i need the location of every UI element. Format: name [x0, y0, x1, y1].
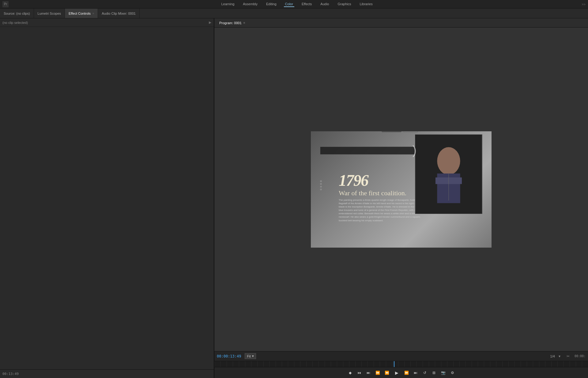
left-timecode: 00:13:49 [2, 372, 19, 376]
program-scrubber[interactable] [214, 361, 588, 367]
tab-audio-clip-mixer[interactable]: Audio Clip Mixer: 0001 [98, 9, 140, 18]
btn-ff[interactable]: ⏩ [403, 369, 410, 376]
no-clip-arrow: ▶ [209, 21, 211, 24]
scrubber-inner [214, 361, 588, 367]
tab-source[interactable]: Source: (no clips) [0, 9, 34, 18]
video-overlay: 1796 War of the first coalition. The pai… [311, 131, 492, 248]
nav-graphics[interactable]: Graphics [336, 2, 352, 7]
app-logo: Pr [2, 1, 9, 7]
btn-goto-out[interactable]: ⏭ [412, 369, 419, 376]
svg-point-1 [437, 147, 460, 174]
program-video: 1796 War of the first coalition. The pai… [311, 131, 492, 248]
btn-step-fwd[interactable]: ⏭ [365, 369, 372, 376]
panel-tabs-row: Source: (no clips) Lumetri Scopes Effect… [0, 9, 588, 18]
nav-libraries[interactable]: Libraries [359, 2, 374, 7]
left-panel-content: (no clip selected) ▶ [0, 18, 214, 369]
program-menu-icon[interactable]: ≡ [243, 21, 245, 24]
dot-1 [320, 180, 322, 182]
btn-settings[interactable]: ⚙ [449, 369, 456, 376]
btn-marker[interactable]: ◆ [347, 369, 353, 376]
fit-dropdown[interactable]: Fit ▾ [245, 353, 256, 359]
info-panel: 1796 War of the first coalition. The pai… [320, 147, 421, 155]
nav-assembly[interactable]: Assembly [242, 2, 259, 7]
year-text: 1796 [339, 171, 368, 189]
nav-editing[interactable]: Editing [265, 2, 278, 7]
program-monitor: 1796 War of the first coalition. The pai… [214, 28, 588, 351]
btn-safe-margins[interactable]: ⊞ [431, 369, 437, 376]
right-timecode: 00:00: [575, 354, 586, 358]
portrait-svg [415, 135, 482, 214]
effect-controls-close[interactable]: ≡ [92, 12, 94, 15]
razor-icon: ✂ [567, 354, 570, 358]
main-layout: (no clip selected) ▶ 00:13:49 Program: 0… [0, 18, 588, 378]
btn-loop[interactable]: ↺ [421, 369, 428, 376]
info-button[interactable]: Information [382, 131, 401, 132]
btn-play[interactable]: ▶ [393, 369, 401, 377]
page-chevron[interactable]: ▾ [559, 354, 560, 358]
dots-bar [320, 180, 322, 190]
no-clip-bar: (no clip selected) ▶ [0, 18, 214, 27]
btn-step-back[interactable]: ⏮ [356, 369, 363, 376]
no-clip-text: (no clip selected) [2, 21, 28, 24]
dot-2 [320, 183, 322, 185]
nav-color[interactable]: Color [284, 2, 294, 7]
top-bar: Pr Learning Assembly Editing Color Effec… [0, 0, 588, 9]
subtitle-text: War of the first coalition. [339, 189, 406, 197]
top-nav: Learning Assembly Editing Color Effects … [12, 2, 582, 7]
left-panel: (no clip selected) ▶ 00:13:49 [0, 18, 214, 378]
dot-4 [320, 189, 322, 190]
nav-effects[interactable]: Effects [300, 2, 313, 7]
bracket-shape: ) [413, 144, 417, 157]
program-timecode: 00:00:13:49 [217, 354, 241, 358]
tab-buttons: Information History [382, 131, 418, 132]
scrubber-head [394, 361, 394, 367]
program-time-bar: 00:00:13:49 Fit ▾ 1/4 ▾ ✂ 00:00: [214, 351, 588, 361]
nav-learning[interactable]: Learning [220, 2, 236, 7]
portrait-inner [415, 135, 482, 214]
btn-goto-in[interactable]: ⏩ [374, 369, 381, 376]
playback-controls: ◆ ⏮ ⏭ ⏩ ⏪ ▶ ⏩ ⏭ ↺ ⊞ 📷 ⚙ [214, 367, 588, 378]
program-tab[interactable]: Program: 0001 ≡ [217, 20, 248, 26]
fit-chevron: ▾ [252, 354, 254, 358]
nav-audio[interactable]: Audio [319, 2, 330, 7]
page-indicator: 1/4 [550, 354, 555, 358]
tab-effect-controls[interactable]: Effect Controls ≡ [65, 9, 98, 18]
tab-lumetri[interactable]: Lumetri Scopes [34, 9, 65, 18]
right-panel: Program: 0001 ≡ 1796 War of the first co… [214, 18, 588, 378]
more-workspaces[interactable]: >> [582, 2, 586, 6]
effect-controls-empty [0, 27, 214, 369]
dot-3 [320, 186, 322, 188]
btn-rewind[interactable]: ⏪ [383, 369, 390, 376]
history-button[interactable]: History [403, 131, 418, 132]
program-tab-label: Program: 0001 [219, 21, 242, 25]
program-tabs: Program: 0001 ≡ [214, 18, 588, 28]
left-panel-timecode-bar: 00:13:49 [0, 369, 214, 378]
top-bar-right: >> [582, 2, 586, 6]
btn-export-frame[interactable]: 📷 [440, 369, 447, 376]
desc-text: The painting presents a three-quarter-le… [339, 198, 424, 222]
portrait-image [415, 134, 482, 214]
